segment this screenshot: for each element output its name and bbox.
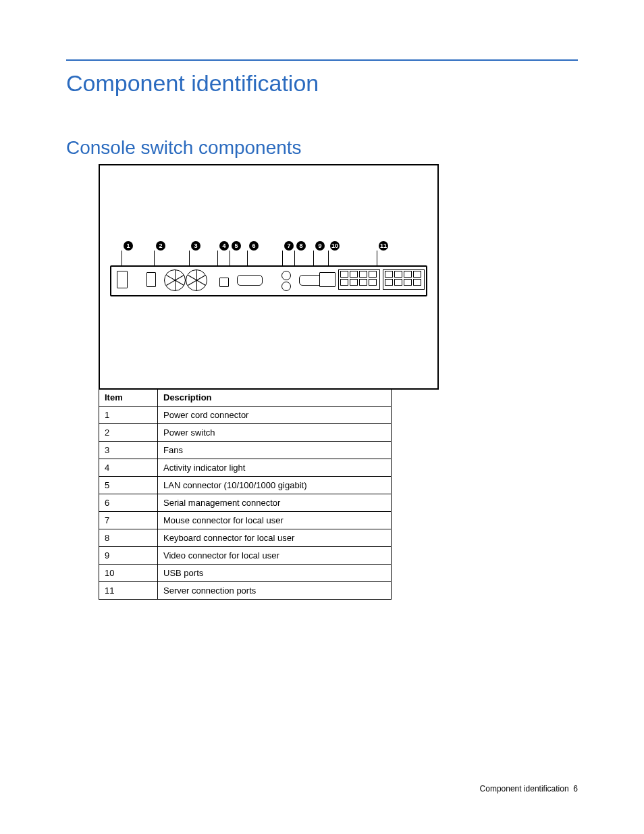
- callout-3: 3: [191, 241, 200, 251]
- table-cell: USB ports: [158, 565, 392, 582]
- leader-line: [282, 251, 283, 265]
- mouse-connector-icon: [281, 271, 291, 280]
- footer-page-number: 6: [573, 784, 578, 793]
- component-diagram: 1 2 3 4 5 6 7 8 9 10 11: [99, 164, 439, 390]
- table-row: 4Activity indicator light: [99, 459, 392, 477]
- table-cell: 7: [99, 512, 158, 529]
- table-cell: Serial management connector: [158, 494, 392, 512]
- usb-ports-icon: [319, 272, 336, 287]
- callout-9: 9: [315, 241, 325, 251]
- section-title: Console switch components: [66, 137, 578, 159]
- table-cell: 8: [99, 529, 158, 547]
- table-cell: Power cord connector: [158, 407, 392, 424]
- leader-line: [377, 251, 377, 265]
- callout-1: 1: [124, 241, 133, 251]
- table-cell: 3: [99, 442, 158, 459]
- table-cell: Fans: [158, 442, 392, 459]
- callout-8: 8: [296, 241, 306, 251]
- footer-section-label: Component identification: [480, 784, 569, 793]
- fan-icon: [164, 269, 186, 291]
- server-ports-icon: [383, 269, 425, 290]
- callout-10: 10: [330, 241, 340, 251]
- callout-4: 4: [219, 241, 229, 251]
- callout-5: 5: [232, 241, 241, 251]
- table-cell: 6: [99, 494, 158, 512]
- page-title: Component identification: [66, 70, 578, 97]
- table-cell: 1: [99, 407, 158, 424]
- description-table: Item Description 1Power cord connector 2…: [99, 388, 392, 600]
- table-header-description: Description: [158, 389, 392, 407]
- table-row: 2Power switch: [99, 424, 392, 442]
- device-body: [110, 265, 427, 296]
- table-row: 11Server connection ports: [99, 582, 392, 600]
- table-row: 1Power cord connector: [99, 407, 392, 424]
- table-row: 5LAN connector (10/100/1000 gigabit): [99, 477, 392, 494]
- leader-line: [328, 251, 329, 265]
- table-row: 10USB ports: [99, 565, 392, 582]
- table-cell: 4: [99, 459, 158, 477]
- leader-line: [230, 251, 230, 265]
- table-cell: LAN connector (10/100/1000 gigabit): [158, 477, 392, 494]
- leader-line: [122, 251, 122, 265]
- table-cell: 11: [99, 582, 158, 600]
- leader-line: [189, 251, 190, 265]
- document-page: Component identification Console switch …: [0, 0, 644, 834]
- header-rule: [66, 59, 578, 61]
- table-row: 8Keyboard connector for local user: [99, 529, 392, 547]
- serial-connector-icon: [237, 275, 263, 286]
- table-cell: Mouse connector for local user: [158, 512, 392, 529]
- power-switch-icon: [146, 272, 156, 287]
- leader-line: [294, 251, 295, 265]
- leader-line: [313, 251, 314, 265]
- table-cell: Video connector for local user: [158, 547, 392, 565]
- table-cell: 5: [99, 477, 158, 494]
- leader-line: [154, 251, 155, 265]
- keyboard-connector-icon: [281, 282, 291, 291]
- table-cell: 2: [99, 424, 158, 442]
- table-row: 9Video connector for local user: [99, 547, 392, 565]
- table-cell: Server connection ports: [158, 582, 392, 600]
- table-cell: Power switch: [158, 424, 392, 442]
- table-header-row: Item Description: [99, 389, 392, 407]
- table-row: 7Mouse connector for local user: [99, 512, 392, 529]
- table-cell: Keyboard connector for local user: [158, 529, 392, 547]
- fan-icon: [186, 269, 207, 291]
- table-header-item: Item: [99, 389, 158, 407]
- leader-line: [247, 251, 248, 265]
- table-row: 3Fans: [99, 442, 392, 459]
- table-cell: 9: [99, 547, 158, 565]
- callout-11: 11: [379, 241, 388, 251]
- table-row: 6Serial management connector: [99, 494, 392, 512]
- server-ports-icon: [338, 269, 380, 290]
- table-cell: Activity indicator light: [158, 459, 392, 477]
- callout-7: 7: [284, 241, 294, 251]
- page-footer: Component identification 6: [480, 784, 578, 793]
- callout-row: 1 2 3 4 5 6 7 8 9 10 11: [117, 241, 427, 252]
- callout-6: 6: [249, 241, 259, 251]
- lan-connector-icon: [219, 278, 229, 287]
- power-connector-icon: [117, 271, 128, 288]
- leader-line: [217, 251, 218, 265]
- callout-2: 2: [156, 241, 165, 251]
- table-cell: 10: [99, 565, 158, 582]
